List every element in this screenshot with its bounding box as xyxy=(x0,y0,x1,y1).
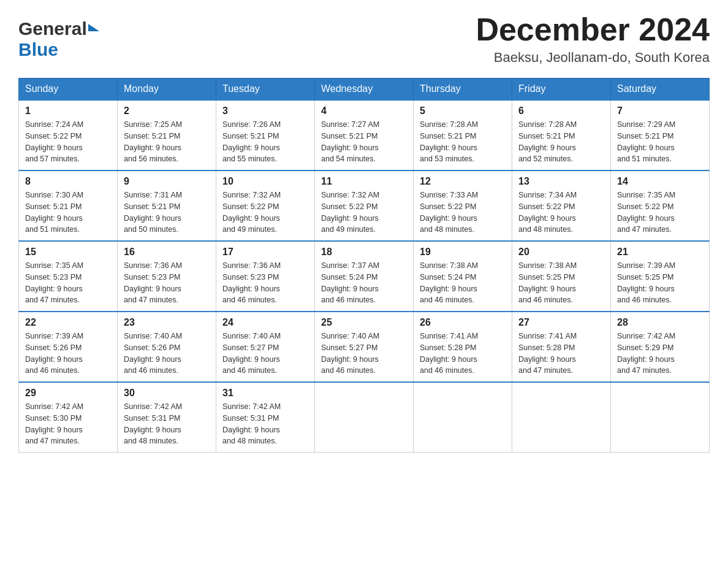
day-info: Sunrise: 7:26 AM Sunset: 5:21 PM Dayligh… xyxy=(222,119,308,165)
header-friday: Friday xyxy=(512,79,611,101)
calendar-week-row: 29 Sunrise: 7:42 AM Sunset: 5:30 PM Dayl… xyxy=(19,382,710,453)
calendar-table: Sunday Monday Tuesday Wednesday Thursday… xyxy=(18,78,710,453)
day-info: Sunrise: 7:25 AM Sunset: 5:21 PM Dayligh… xyxy=(124,119,210,165)
day-info: Sunrise: 7:30 AM Sunset: 5:21 PM Dayligh… xyxy=(25,190,111,236)
calendar-day-cell: 29 Sunrise: 7:42 AM Sunset: 5:30 PM Dayl… xyxy=(19,382,118,453)
day-number: 24 xyxy=(222,317,308,328)
calendar-day-cell: 2 Sunrise: 7:25 AM Sunset: 5:21 PM Dayli… xyxy=(118,100,216,170)
day-number: 8 xyxy=(25,176,111,187)
logo-arrow-icon xyxy=(88,24,99,31)
day-info: Sunrise: 7:32 AM Sunset: 5:22 PM Dayligh… xyxy=(222,190,308,236)
calendar-day-cell: 27 Sunrise: 7:41 AM Sunset: 5:28 PM Dayl… xyxy=(512,312,611,382)
calendar-day-cell: 21 Sunrise: 7:39 AM Sunset: 5:25 PM Dayl… xyxy=(611,241,710,312)
day-info: Sunrise: 7:36 AM Sunset: 5:23 PM Dayligh… xyxy=(124,260,210,306)
logo-general-text: General xyxy=(18,18,87,39)
day-info: Sunrise: 7:35 AM Sunset: 5:22 PM Dayligh… xyxy=(617,190,703,236)
page-header: General Blue December 2024 Baeksu, Jeoll… xyxy=(18,12,710,66)
calendar-day-cell: 16 Sunrise: 7:36 AM Sunset: 5:23 PM Dayl… xyxy=(118,241,216,312)
day-info: Sunrise: 7:38 AM Sunset: 5:24 PM Dayligh… xyxy=(420,260,506,306)
calendar-day-cell: 20 Sunrise: 7:38 AM Sunset: 5:25 PM Dayl… xyxy=(512,241,611,312)
day-info: Sunrise: 7:24 AM Sunset: 5:22 PM Dayligh… xyxy=(25,119,111,165)
day-number: 22 xyxy=(25,317,111,328)
day-number: 31 xyxy=(222,388,308,399)
calendar-day-cell xyxy=(315,382,414,453)
calendar-day-cell: 12 Sunrise: 7:33 AM Sunset: 5:22 PM Dayl… xyxy=(414,170,512,241)
day-number: 17 xyxy=(222,247,308,258)
day-info: Sunrise: 7:39 AM Sunset: 5:26 PM Dayligh… xyxy=(25,331,111,377)
calendar-day-cell: 8 Sunrise: 7:30 AM Sunset: 5:21 PM Dayli… xyxy=(19,170,118,241)
day-number: 29 xyxy=(25,388,111,399)
day-number: 16 xyxy=(124,247,210,258)
calendar-week-row: 15 Sunrise: 7:35 AM Sunset: 5:23 PM Dayl… xyxy=(19,241,710,312)
day-number: 20 xyxy=(518,247,604,258)
header-sunday: Sunday xyxy=(19,79,118,101)
header-tuesday: Tuesday xyxy=(216,79,315,101)
day-info: Sunrise: 7:32 AM Sunset: 5:22 PM Dayligh… xyxy=(321,190,407,236)
day-number: 30 xyxy=(124,388,210,399)
day-number: 21 xyxy=(617,247,703,258)
month-title: December 2024 xyxy=(476,12,710,47)
header-wednesday: Wednesday xyxy=(315,79,414,101)
day-info: Sunrise: 7:42 AM Sunset: 5:31 PM Dayligh… xyxy=(124,401,210,447)
calendar-day-cell: 1 Sunrise: 7:24 AM Sunset: 5:22 PM Dayli… xyxy=(19,100,118,170)
day-info: Sunrise: 7:28 AM Sunset: 5:21 PM Dayligh… xyxy=(518,119,604,165)
day-number: 4 xyxy=(321,105,407,117)
calendar-day-cell: 9 Sunrise: 7:31 AM Sunset: 5:21 PM Dayli… xyxy=(118,170,216,241)
day-number: 14 xyxy=(617,176,703,187)
day-number: 6 xyxy=(518,105,604,117)
calendar-day-cell: 30 Sunrise: 7:42 AM Sunset: 5:31 PM Dayl… xyxy=(118,382,216,453)
calendar-day-cell: 6 Sunrise: 7:28 AM Sunset: 5:21 PM Dayli… xyxy=(512,100,611,170)
day-info: Sunrise: 7:29 AM Sunset: 5:21 PM Dayligh… xyxy=(617,119,703,165)
calendar-day-cell: 4 Sunrise: 7:27 AM Sunset: 5:21 PM Dayli… xyxy=(315,100,414,170)
day-number: 28 xyxy=(617,317,703,328)
day-number: 2 xyxy=(124,105,210,117)
day-number: 27 xyxy=(518,317,604,328)
day-info: Sunrise: 7:40 AM Sunset: 5:27 PM Dayligh… xyxy=(222,331,308,377)
day-info: Sunrise: 7:41 AM Sunset: 5:28 PM Dayligh… xyxy=(420,331,506,377)
day-number: 25 xyxy=(321,317,407,328)
day-number: 13 xyxy=(518,176,604,187)
day-info: Sunrise: 7:37 AM Sunset: 5:24 PM Dayligh… xyxy=(321,260,407,306)
day-info: Sunrise: 7:42 AM Sunset: 5:30 PM Dayligh… xyxy=(25,401,111,447)
calendar-day-cell: 24 Sunrise: 7:40 AM Sunset: 5:27 PM Dayl… xyxy=(216,312,315,382)
day-info: Sunrise: 7:28 AM Sunset: 5:21 PM Dayligh… xyxy=(420,119,506,165)
header-thursday: Thursday xyxy=(414,79,512,101)
day-info: Sunrise: 7:40 AM Sunset: 5:27 PM Dayligh… xyxy=(321,331,407,377)
day-number: 7 xyxy=(617,105,703,117)
calendar-day-cell: 19 Sunrise: 7:38 AM Sunset: 5:24 PM Dayl… xyxy=(414,241,512,312)
calendar-day-cell xyxy=(414,382,512,453)
calendar-week-row: 22 Sunrise: 7:39 AM Sunset: 5:26 PM Dayl… xyxy=(19,312,710,382)
day-info: Sunrise: 7:34 AM Sunset: 5:22 PM Dayligh… xyxy=(518,190,604,236)
day-number: 26 xyxy=(420,317,506,328)
logo-blue-text: Blue xyxy=(18,39,58,59)
logo: General Blue xyxy=(18,12,99,60)
calendar-day-cell: 23 Sunrise: 7:40 AM Sunset: 5:26 PM Dayl… xyxy=(118,312,216,382)
day-info: Sunrise: 7:35 AM Sunset: 5:23 PM Dayligh… xyxy=(25,260,111,306)
day-info: Sunrise: 7:36 AM Sunset: 5:23 PM Dayligh… xyxy=(222,260,308,306)
day-number: 23 xyxy=(124,317,210,328)
calendar-day-cell: 18 Sunrise: 7:37 AM Sunset: 5:24 PM Dayl… xyxy=(315,241,414,312)
day-info: Sunrise: 7:42 AM Sunset: 5:31 PM Dayligh… xyxy=(222,401,308,447)
header-monday: Monday xyxy=(118,79,216,101)
day-info: Sunrise: 7:40 AM Sunset: 5:26 PM Dayligh… xyxy=(124,331,210,377)
day-info: Sunrise: 7:38 AM Sunset: 5:25 PM Dayligh… xyxy=(518,260,604,306)
calendar-day-cell: 31 Sunrise: 7:42 AM Sunset: 5:31 PM Dayl… xyxy=(216,382,315,453)
calendar-day-cell xyxy=(512,382,611,453)
calendar-day-cell: 5 Sunrise: 7:28 AM Sunset: 5:21 PM Dayli… xyxy=(414,100,512,170)
calendar-day-cell: 3 Sunrise: 7:26 AM Sunset: 5:21 PM Dayli… xyxy=(216,100,315,170)
calendar-day-cell: 10 Sunrise: 7:32 AM Sunset: 5:22 PM Dayl… xyxy=(216,170,315,241)
day-number: 1 xyxy=(25,105,111,117)
calendar-day-cell: 13 Sunrise: 7:34 AM Sunset: 5:22 PM Dayl… xyxy=(512,170,611,241)
calendar-day-cell: 22 Sunrise: 7:39 AM Sunset: 5:26 PM Dayl… xyxy=(19,312,118,382)
calendar-day-cell xyxy=(611,382,710,453)
day-number: 11 xyxy=(321,176,407,187)
calendar-week-row: 1 Sunrise: 7:24 AM Sunset: 5:22 PM Dayli… xyxy=(19,100,710,170)
calendar-day-cell: 7 Sunrise: 7:29 AM Sunset: 5:21 PM Dayli… xyxy=(611,100,710,170)
day-number: 12 xyxy=(420,176,506,187)
day-info: Sunrise: 7:39 AM Sunset: 5:25 PM Dayligh… xyxy=(617,260,703,306)
day-number: 9 xyxy=(124,176,210,187)
calendar-header-row: Sunday Monday Tuesday Wednesday Thursday… xyxy=(19,79,710,101)
day-info: Sunrise: 7:41 AM Sunset: 5:28 PM Dayligh… xyxy=(518,331,604,377)
calendar-day-cell: 11 Sunrise: 7:32 AM Sunset: 5:22 PM Dayl… xyxy=(315,170,414,241)
title-section: December 2024 Baeksu, Jeollanam-do, Sout… xyxy=(476,12,710,66)
